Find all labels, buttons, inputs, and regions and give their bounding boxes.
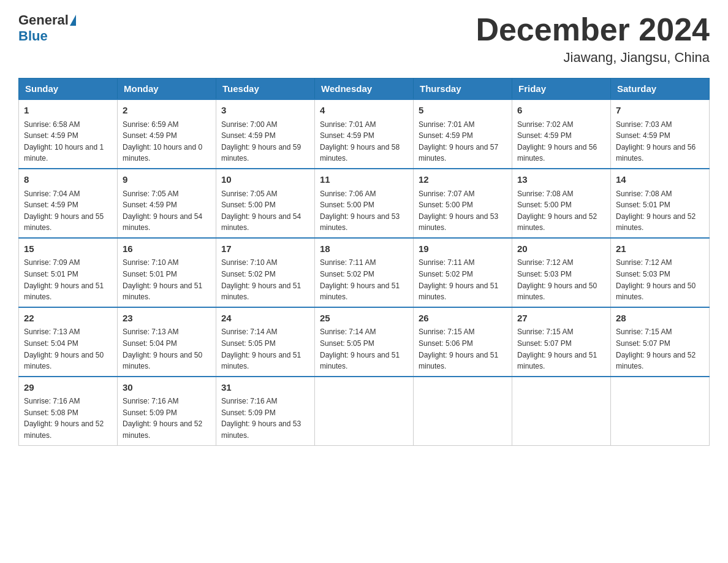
logo-general-text: General [18,12,69,28]
day-number: 24 [221,312,309,326]
calendar-cell: 18Sunrise: 7:11 AMSunset: 5:02 PMDayligh… [315,238,414,307]
day-info: Sunrise: 6:58 AMSunset: 4:59 PMDaylight:… [24,119,112,164]
calendar-cell [512,377,611,445]
calendar-cell: 12Sunrise: 7:07 AMSunset: 5:00 PMDayligh… [414,169,512,238]
calendar-cell: 6Sunrise: 7:02 AMSunset: 4:59 PMDaylight… [512,99,611,169]
location-text: Jiawang, Jiangsu, China [476,50,710,66]
day-info: Sunrise: 7:03 AMSunset: 4:59 PMDaylight:… [616,119,704,164]
calendar-week-row: 29Sunrise: 7:16 AMSunset: 5:08 PMDayligh… [19,377,710,445]
day-info: Sunrise: 7:01 AMSunset: 4:59 PMDaylight:… [320,119,408,164]
calendar-week-row: 1Sunrise: 6:58 AMSunset: 4:59 PMDaylight… [19,99,710,169]
calendar-cell: 17Sunrise: 7:10 AMSunset: 5:02 PMDayligh… [216,238,315,307]
day-info: Sunrise: 7:04 AMSunset: 4:59 PMDaylight:… [24,188,112,234]
day-info: Sunrise: 7:12 AMSunset: 5:03 PMDaylight:… [517,257,605,302]
day-number: 20 [517,242,605,256]
weekday-header-thursday: Thursday [414,79,512,100]
weekday-header-friday: Friday [512,79,611,100]
weekday-header-row: SundayMondayTuesdayWednesdayThursdayFrid… [19,79,710,100]
day-info: Sunrise: 7:10 AMSunset: 5:02 PMDaylight:… [221,257,309,302]
day-info: Sunrise: 7:11 AMSunset: 5:02 PMDaylight:… [419,257,507,302]
day-info: Sunrise: 7:07 AMSunset: 5:00 PMDaylight:… [419,188,507,234]
day-info: Sunrise: 7:12 AMSunset: 5:03 PMDaylight:… [616,257,704,302]
day-number: 10 [221,173,309,187]
calendar-cell: 25Sunrise: 7:14 AMSunset: 5:05 PMDayligh… [315,307,414,377]
day-number: 3 [221,104,309,118]
calendar-week-row: 8Sunrise: 7:04 AMSunset: 4:59 PMDaylight… [19,169,710,238]
day-number: 28 [616,312,704,326]
calendar-cell: 11Sunrise: 7:06 AMSunset: 5:00 PMDayligh… [315,169,414,238]
calendar-cell: 21Sunrise: 7:12 AMSunset: 5:03 PMDayligh… [611,238,710,307]
day-info: Sunrise: 7:14 AMSunset: 5:05 PMDaylight:… [221,326,309,372]
calendar-cell: 16Sunrise: 7:10 AMSunset: 5:01 PMDayligh… [118,238,216,307]
month-title: December 2024 [476,12,710,47]
day-info: Sunrise: 7:15 AMSunset: 5:06 PMDaylight:… [419,326,507,372]
day-info: Sunrise: 7:05 AMSunset: 4:59 PMDaylight:… [123,188,211,234]
day-info: Sunrise: 7:05 AMSunset: 5:00 PMDaylight:… [221,188,309,234]
day-number: 16 [123,242,211,256]
calendar-cell: 20Sunrise: 7:12 AMSunset: 5:03 PMDayligh… [512,238,611,307]
day-number: 31 [221,381,309,395]
day-number: 6 [517,104,605,118]
weekday-header-tuesday: Tuesday [216,79,315,100]
day-info: Sunrise: 7:15 AMSunset: 5:07 PMDaylight:… [616,326,704,372]
day-info: Sunrise: 7:13 AMSunset: 5:04 PMDaylight:… [24,326,112,372]
calendar-cell: 27Sunrise: 7:15 AMSunset: 5:07 PMDayligh… [512,307,611,377]
calendar-cell: 13Sunrise: 7:08 AMSunset: 5:00 PMDayligh… [512,169,611,238]
day-number: 8 [24,173,112,187]
day-number: 4 [320,104,408,118]
day-info: Sunrise: 7:10 AMSunset: 5:01 PMDaylight:… [123,257,211,302]
day-number: 21 [616,242,704,256]
calendar-cell: 31Sunrise: 7:16 AMSunset: 5:09 PMDayligh… [216,377,315,445]
logo-blue-text: Blue [18,28,48,44]
calendar-cell: 8Sunrise: 7:04 AMSunset: 4:59 PMDaylight… [19,169,118,238]
calendar-cell: 29Sunrise: 7:16 AMSunset: 5:08 PMDayligh… [19,377,118,445]
day-number: 29 [24,381,112,395]
day-info: Sunrise: 7:09 AMSunset: 5:01 PMDaylight:… [24,257,112,302]
day-number: 11 [320,173,408,187]
day-info: Sunrise: 7:08 AMSunset: 5:01 PMDaylight:… [616,188,704,234]
day-number: 13 [517,173,605,187]
weekday-header-wednesday: Wednesday [315,79,414,100]
day-info: Sunrise: 7:16 AMSunset: 5:09 PMDaylight:… [221,396,309,441]
logo-triangle-icon [70,15,76,26]
calendar-cell: 26Sunrise: 7:15 AMSunset: 5:06 PMDayligh… [414,307,512,377]
calendar-cell: 10Sunrise: 7:05 AMSunset: 5:00 PMDayligh… [216,169,315,238]
calendar-cell: 28Sunrise: 7:15 AMSunset: 5:07 PMDayligh… [611,307,710,377]
calendar-week-row: 22Sunrise: 7:13 AMSunset: 5:04 PMDayligh… [19,307,710,377]
day-number: 22 [24,312,112,326]
weekday-header-sunday: Sunday [19,79,118,100]
calendar-cell: 7Sunrise: 7:03 AMSunset: 4:59 PMDaylight… [611,99,710,169]
day-number: 17 [221,242,309,256]
day-number: 5 [419,104,507,118]
calendar-cell: 19Sunrise: 7:11 AMSunset: 5:02 PMDayligh… [414,238,512,307]
logo: General Blue [18,12,77,44]
day-number: 15 [24,242,112,256]
day-info: Sunrise: 7:11 AMSunset: 5:02 PMDaylight:… [320,257,408,302]
calendar-cell: 23Sunrise: 7:13 AMSunset: 5:04 PMDayligh… [118,307,216,377]
day-info: Sunrise: 7:06 AMSunset: 5:00 PMDaylight:… [320,188,408,234]
day-info: Sunrise: 7:16 AMSunset: 5:09 PMDaylight:… [123,396,211,441]
weekday-header-monday: Monday [118,79,216,100]
calendar-cell: 2Sunrise: 6:59 AMSunset: 4:59 PMDaylight… [118,99,216,169]
calendar-cell: 14Sunrise: 7:08 AMSunset: 5:01 PMDayligh… [611,169,710,238]
day-info: Sunrise: 7:02 AMSunset: 4:59 PMDaylight:… [517,119,605,164]
calendar-cell: 4Sunrise: 7:01 AMSunset: 4:59 PMDaylight… [315,99,414,169]
calendar-cell [315,377,414,445]
day-number: 2 [123,104,211,118]
calendar-cell: 5Sunrise: 7:01 AMSunset: 4:59 PMDaylight… [414,99,512,169]
calendar-cell: 24Sunrise: 7:14 AMSunset: 5:05 PMDayligh… [216,307,315,377]
day-number: 27 [517,312,605,326]
calendar-cell [414,377,512,445]
calendar-cell: 3Sunrise: 7:00 AMSunset: 4:59 PMDaylight… [216,99,315,169]
day-number: 25 [320,312,408,326]
day-info: Sunrise: 6:59 AMSunset: 4:59 PMDaylight:… [123,119,211,164]
weekday-header-saturday: Saturday [611,79,710,100]
calendar-week-row: 15Sunrise: 7:09 AMSunset: 5:01 PMDayligh… [19,238,710,307]
calendar-cell: 22Sunrise: 7:13 AMSunset: 5:04 PMDayligh… [19,307,118,377]
day-info: Sunrise: 7:15 AMSunset: 5:07 PMDaylight:… [517,326,605,372]
day-number: 12 [419,173,507,187]
calendar-cell: 15Sunrise: 7:09 AMSunset: 5:01 PMDayligh… [19,238,118,307]
day-info: Sunrise: 7:13 AMSunset: 5:04 PMDaylight:… [123,326,211,372]
day-number: 30 [123,381,211,395]
day-info: Sunrise: 7:00 AMSunset: 4:59 PMDaylight:… [221,119,309,164]
